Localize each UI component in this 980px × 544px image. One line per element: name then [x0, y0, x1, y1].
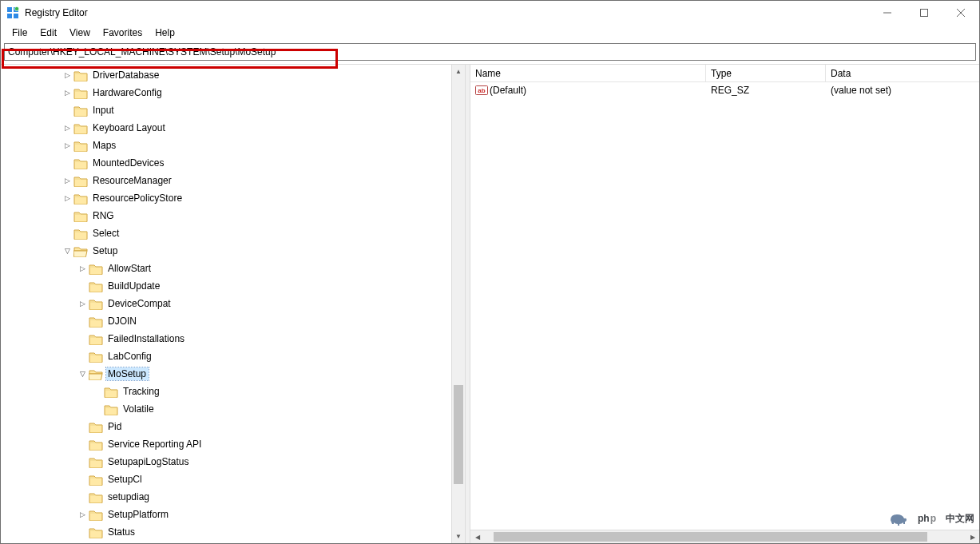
tree-item-tracking[interactable]: Tracking: [1, 383, 465, 400]
tree-item-volatile[interactable]: Volatile: [1, 400, 465, 418]
elephant-icon: [887, 511, 908, 526]
window-controls: [869, 1, 979, 25]
folder-icon: [89, 316, 103, 328]
tree-item-service-reporting-api[interactable]: Service Reporting API: [1, 435, 465, 453]
tree-item-resourcemanager[interactable]: ResourceManager: [1, 172, 465, 189]
expand-icon[interactable]: [61, 89, 73, 97]
address-input[interactable]: [4, 43, 976, 61]
watermark: php 中文网: [887, 511, 974, 526]
scroll-down-icon[interactable]: ▼: [452, 530, 465, 543]
expand-icon[interactable]: [77, 300, 89, 308]
tree-scrollbar[interactable]: ▲ ▼: [451, 65, 465, 543]
app-icon: [6, 6, 20, 20]
values-h-scroll[interactable]: ◀ ▶: [470, 530, 979, 543]
folder-icon: [89, 280, 103, 292]
tree-item-mosetup[interactable]: MoSetup: [1, 365, 465, 383]
tree-label: Select: [91, 227, 121, 240]
tree-item-setup[interactable]: Setup: [1, 242, 465, 260]
expand-icon[interactable]: [61, 177, 73, 185]
tree-label: Tracking: [121, 385, 162, 398]
tree-item-allowstart[interactable]: AllowStart: [1, 260, 465, 277]
column-name[interactable]: Name: [470, 65, 706, 81]
minimize-button[interactable]: [869, 1, 906, 25]
tree-item-setupcl[interactable]: SetupCl: [1, 471, 465, 488]
menu-help[interactable]: Help: [149, 26, 181, 39]
tree-item-devicecompat[interactable]: DeviceCompat: [1, 295, 465, 312]
tree-item-setupapilogstatus[interactable]: SetupapiLogStatus: [1, 453, 465, 471]
folder-icon: [89, 421, 103, 433]
collapse-icon[interactable]: [77, 370, 89, 378]
tree-item-failedinstallations[interactable]: FailedInstallations: [1, 330, 465, 347]
tree-item-select[interactable]: Select: [1, 224, 465, 242]
h-scroll-thumb[interactable]: [494, 532, 927, 542]
scroll-thumb[interactable]: [454, 385, 463, 484]
collapse-icon[interactable]: [61, 247, 73, 255]
tree-label: BuildUpdate: [106, 280, 162, 292]
folder-icon: [89, 298, 103, 310]
folder-icon: [73, 193, 88, 204]
menu-favorites[interactable]: Favorites: [97, 26, 149, 39]
tree-label: Service Reporting API: [106, 438, 204, 451]
scroll-up-icon[interactable]: ▲: [452, 65, 465, 78]
tree-label: Input: [91, 104, 117, 117]
registry-tree[interactable]: DriverDatabaseHardwareConfigInputKeyboar…: [1, 65, 465, 543]
folder-icon: [73, 228, 88, 240]
tree-item-resourcepolicystore[interactable]: ResourcePolicyStore: [1, 189, 465, 207]
tree-item-mounteddevices[interactable]: MountedDevices: [1, 154, 465, 172]
tree-label: SetupPlatform: [106, 508, 171, 521]
tree-item-driverdatabase[interactable]: DriverDatabase: [1, 66, 465, 84]
tree-item-maps[interactable]: Maps: [1, 137, 465, 154]
tree-item-setupdiag[interactable]: setupdiag: [1, 488, 465, 506]
menu-view[interactable]: View: [63, 26, 97, 39]
folder-icon: [73, 157, 88, 169]
expand-icon[interactable]: [61, 71, 73, 79]
tree-item-djoin[interactable]: DJOIN: [1, 312, 465, 330]
tree-item-rng[interactable]: RNG: [1, 207, 465, 224]
tree-label: Keyboard Layout: [91, 121, 168, 134]
tree-label: LabConfig: [106, 350, 154, 363]
menu-file[interactable]: File: [6, 26, 34, 39]
scroll-right-icon[interactable]: ▶: [966, 530, 979, 543]
column-type[interactable]: Type: [706, 65, 826, 81]
folder-icon: [73, 69, 88, 81]
expand-icon[interactable]: [61, 124, 73, 132]
tree-label: Setup: [91, 244, 120, 257]
tree-item-buildupdate[interactable]: BuildUpdate: [1, 277, 465, 295]
maximize-button[interactable]: [906, 1, 942, 25]
folder-icon: [73, 245, 88, 257]
expand-icon[interactable]: [61, 141, 73, 149]
expand-icon[interactable]: [61, 194, 73, 202]
value-type: REG_SZ: [706, 85, 826, 96]
tree-item-labconfig[interactable]: LabConfig: [1, 347, 465, 365]
folder-icon: [89, 526, 103, 538]
expand-icon[interactable]: [77, 264, 89, 272]
value-row[interactable]: (Default)REG_SZ(value not set): [470, 82, 979, 97]
tree-label: DeviceCompat: [106, 297, 173, 310]
titlebar: Registry Editor: [1, 1, 979, 25]
tree-item-input[interactable]: Input: [1, 101, 465, 119]
folder-icon: [89, 368, 103, 380]
scroll-left-icon[interactable]: ◀: [470, 530, 484, 543]
folder-icon: [104, 403, 118, 415]
value-name: (Default): [490, 85, 526, 96]
brand-text: 中文网: [946, 512, 974, 526]
tree-pane: DriverDatabaseHardwareConfigInputKeyboar…: [1, 65, 466, 543]
menu-edit[interactable]: Edit: [34, 26, 63, 39]
tree-label: RNG: [91, 209, 117, 222]
split-container: DriverDatabaseHardwareConfigInputKeyboar…: [1, 65, 979, 543]
folder-icon: [89, 509, 103, 521]
column-data[interactable]: Data: [826, 65, 979, 81]
brand-pill: php: [911, 512, 942, 525]
tree-label: DJOIN: [106, 315, 139, 328]
tree-item-pid[interactable]: Pid: [1, 418, 465, 435]
value-data: (value not set): [826, 85, 979, 96]
tree-item-status[interactable]: Status: [1, 523, 465, 541]
tree-item-hardwareconfig[interactable]: HardwareConfig: [1, 84, 465, 101]
folder-icon: [89, 263, 103, 275]
tree-item-setupplatform[interactable]: SetupPlatform: [1, 506, 465, 523]
values-list[interactable]: (Default)REG_SZ(value not set): [470, 82, 979, 530]
tree-item-keyboard-layout[interactable]: Keyboard Layout: [1, 119, 465, 137]
close-button[interactable]: [942, 1, 979, 25]
tree-label: Volatile: [121, 403, 157, 415]
expand-icon[interactable]: [77, 510, 89, 518]
